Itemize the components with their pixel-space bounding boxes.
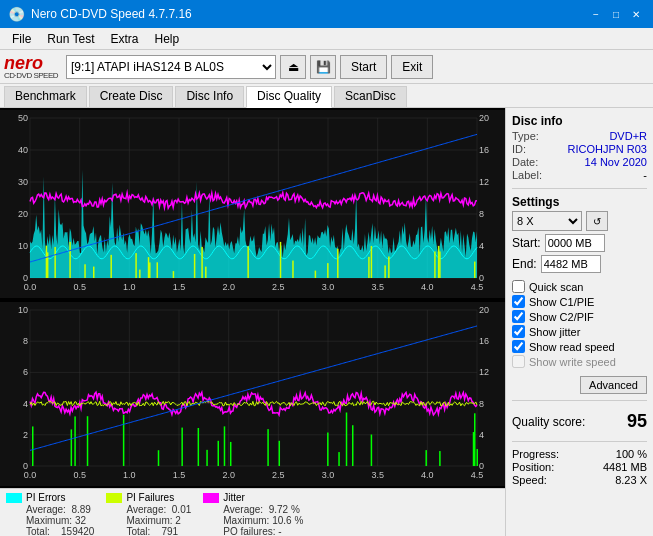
title-bar-left: 💿 Nero CD-DVD Speed 4.7.7.16 <box>8 6 192 22</box>
position-row: Position: 4481 MB <box>512 461 647 473</box>
disc-type-label: Type: <box>512 130 539 142</box>
chart2-canvas <box>0 302 505 486</box>
legend-jitter: Jitter Average: 9.72 % Maximum: 10.6 % P… <box>203 492 303 536</box>
show-jitter-label: Show jitter <box>529 326 580 338</box>
show-c1pie-checkbox[interactable] <box>512 295 525 308</box>
pi-errors-label: PI Errors <box>26 492 65 503</box>
show-write-speed-checkbox[interactable] <box>512 355 525 368</box>
exit-button[interactable]: Exit <box>391 55 433 79</box>
chart1-canvas <box>0 110 505 298</box>
disc-type-row: Type: DVD+R <box>512 130 647 142</box>
speed-row: Speed: 8.23 X <box>512 474 647 486</box>
disc-label-row: Label: - <box>512 169 647 181</box>
end-label: End: <box>512 257 537 271</box>
minimize-button[interactable]: − <box>587 6 605 22</box>
show-c1-row: Show C1/PIE <box>512 295 647 308</box>
legend-bar: PI Errors Average: 8.89 Maximum: 32 Tota… <box>0 488 505 536</box>
drive-select[interactable]: [9:1] ATAPI iHAS124 B AL0S <box>66 55 276 79</box>
pi-failures-color <box>106 493 122 503</box>
jitter-avg: Average: 9.72 % <box>223 504 303 515</box>
pi-errors-avg: Average: 8.89 <box>26 504 94 515</box>
tab-create-disc[interactable]: Create Disc <box>89 86 174 107</box>
speed-row: 8 X Max 2 X 4 X 16 X ↺ <box>512 211 647 231</box>
start-button[interactable]: Start <box>340 55 387 79</box>
chart-area: PI Errors Average: 8.89 Maximum: 32 Tota… <box>0 108 505 536</box>
menu-extra[interactable]: Extra <box>102 30 146 47</box>
title-bar-controls: − □ ✕ <box>587 6 645 22</box>
disc-label-value: - <box>643 169 647 181</box>
jitter-label: Jitter <box>223 492 245 503</box>
quality-row: Quality score: 95 <box>512 411 647 432</box>
title-text: Nero CD-DVD Speed 4.7.7.16 <box>31 7 192 21</box>
close-button[interactable]: ✕ <box>627 6 645 22</box>
show-jitter-row: Show jitter <box>512 325 647 338</box>
show-c2pif-checkbox[interactable] <box>512 310 525 323</box>
tab-benchmark[interactable]: Benchmark <box>4 86 87 107</box>
divider1 <box>512 188 647 189</box>
pi-failures-total: Total: 791 <box>126 526 191 536</box>
app-icon: 💿 <box>8 6 25 22</box>
pi-errors-color <box>6 493 22 503</box>
menu-run-test[interactable]: Run Test <box>39 30 102 47</box>
disc-id-value: RICOHJPN R03 <box>568 143 647 155</box>
speed-refresh-button[interactable]: ↺ <box>586 211 608 231</box>
show-read-speed-label: Show read speed <box>529 341 615 353</box>
tab-disc-info[interactable]: Disc Info <box>175 86 244 107</box>
disc-date-row: Date: 14 Nov 2020 <box>512 156 647 168</box>
progress-row: Progress: 100 % <box>512 448 647 460</box>
disc-date-value: 14 Nov 2020 <box>585 156 647 168</box>
progress-value: 100 % <box>616 448 647 460</box>
menu-file[interactable]: File <box>4 30 39 47</box>
menu-help[interactable]: Help <box>147 30 188 47</box>
speed-value: 8.23 X <box>615 474 647 486</box>
maximize-button[interactable]: □ <box>607 6 625 22</box>
end-input[interactable] <box>541 255 601 273</box>
jitter-max: Maximum: 10.6 % <box>223 515 303 526</box>
quality-value: 95 <box>627 411 647 432</box>
speed-select[interactable]: 8 X Max 2 X 4 X 16 X <box>512 211 582 231</box>
disc-id-label: ID: <box>512 143 526 155</box>
show-read-speed-checkbox[interactable] <box>512 340 525 353</box>
quality-section: Quality score: 95 <box>512 411 647 435</box>
settings-title: Settings <box>512 195 647 209</box>
show-write-speed-label: Show write speed <box>529 356 616 368</box>
jitter-color <box>203 493 219 503</box>
disc-id-row: ID: RICOHJPN R03 <box>512 143 647 155</box>
settings-section: Settings 8 X Max 2 X 4 X 16 X ↺ Start: E… <box>512 195 647 276</box>
title-bar: 💿 Nero CD-DVD Speed 4.7.7.16 − □ ✕ <box>0 0 653 28</box>
divider2 <box>512 400 647 401</box>
advanced-container: Advanced <box>512 374 647 394</box>
position-label: Position: <box>512 461 554 473</box>
tab-scan-disc[interactable]: ScanDisc <box>334 86 407 107</box>
pi-errors-max: Maximum: 32 <box>26 515 94 526</box>
save-button[interactable]: 💾 <box>310 55 336 79</box>
progress-label: Progress: <box>512 448 559 460</box>
show-jitter-checkbox[interactable] <box>512 325 525 338</box>
quick-scan-row: Quick scan <box>512 280 647 293</box>
advanced-button[interactable]: Advanced <box>580 376 647 394</box>
quality-label: Quality score: <box>512 415 585 429</box>
main-content: PI Errors Average: 8.89 Maximum: 32 Tota… <box>0 108 653 536</box>
tab-disc-quality[interactable]: Disc Quality <box>246 86 332 108</box>
eject-button[interactable]: ⏏ <box>280 55 306 79</box>
progress-section: Progress: 100 % Position: 4481 MB Speed:… <box>512 448 647 487</box>
disc-info-section: Disc info Type: DVD+R ID: RICOHJPN R03 D… <box>512 114 647 182</box>
legend-pi-failures: PI Failures Average: 0.01 Maximum: 2 Tot… <box>106 492 191 536</box>
toolbar: nero CD·DVD SPEED [9:1] ATAPI iHAS124 B … <box>0 50 653 84</box>
position-value: 4481 MB <box>603 461 647 473</box>
start-input[interactable] <box>545 234 605 252</box>
disc-type-value: DVD+R <box>609 130 647 142</box>
pi-errors-total: Total: 159420 <box>26 526 94 536</box>
show-c1pie-label: Show C1/PIE <box>529 296 594 308</box>
speed-label: Speed: <box>512 474 547 486</box>
quick-scan-checkbox[interactable] <box>512 280 525 293</box>
show-read-speed-row: Show read speed <box>512 340 647 353</box>
po-failures: PO failures: - <box>223 526 303 536</box>
end-row: End: <box>512 255 647 273</box>
chart2-container <box>0 300 505 488</box>
divider3 <box>512 441 647 442</box>
pi-failures-label: PI Failures <box>126 492 174 503</box>
show-c2-row: Show C2/PIF <box>512 310 647 323</box>
disc-info-title: Disc info <box>512 114 647 128</box>
show-write-speed-row: Show write speed <box>512 355 647 368</box>
